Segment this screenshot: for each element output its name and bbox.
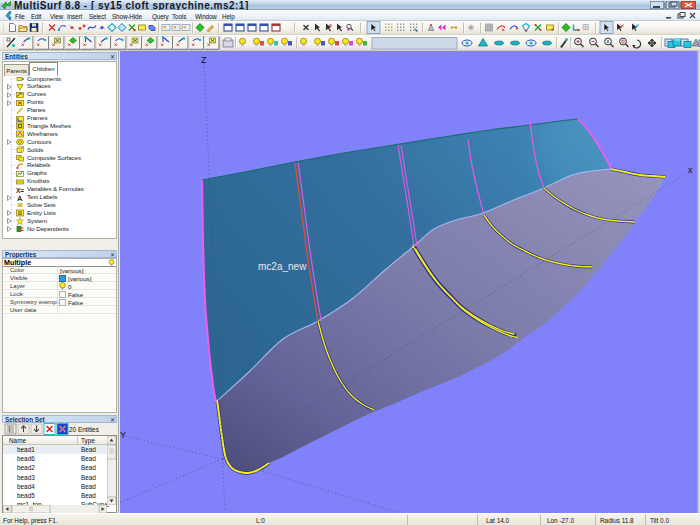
svg-text:Z: Z: [201, 55, 207, 65]
svg-text:mc2a_new: mc2a_new: [258, 261, 307, 272]
svg-text:X=: X=: [16, 186, 24, 193]
svg-text:A: A: [17, 194, 23, 202]
svg-text:x: x: [688, 165, 693, 175]
svg-text:Y: Y: [120, 430, 126, 440]
